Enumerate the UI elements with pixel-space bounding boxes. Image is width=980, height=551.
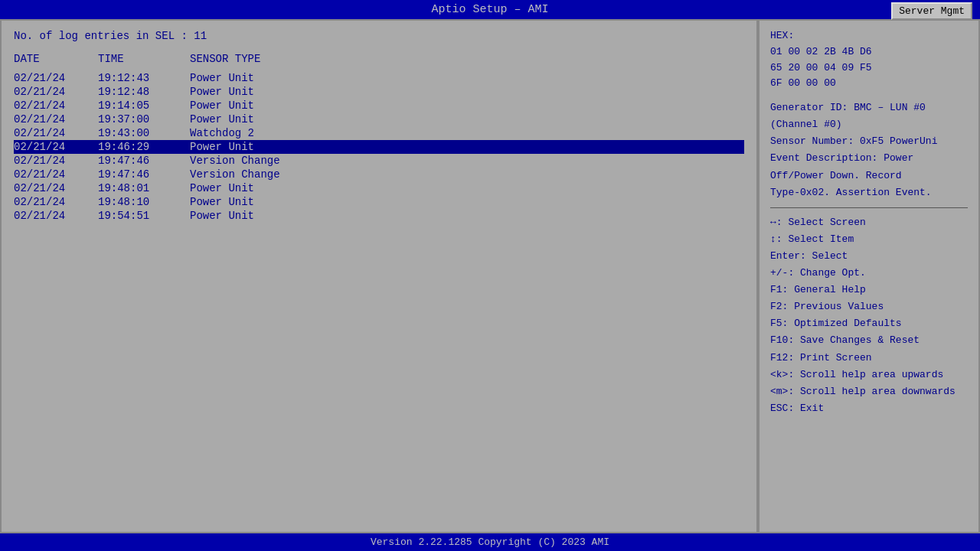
log-sensor: Watchdog 2 bbox=[190, 127, 343, 139]
log-row[interactable]: 02/21/24 19:54:51 Power Unit bbox=[14, 209, 744, 223]
log-date: 02/21/24 bbox=[14, 127, 75, 139]
col-header-time: TIME bbox=[98, 53, 167, 65]
log-row[interactable]: 02/21/24 19:47:46 Version Change bbox=[14, 168, 744, 181]
log-date: 02/21/24 bbox=[14, 182, 75, 194]
info-line: Event Description: Power bbox=[770, 150, 968, 167]
hex-line: 65 20 00 04 09 F5 bbox=[770, 60, 968, 77]
hex-label: HEX: bbox=[770, 28, 968, 44]
log-sensor: Power Unit bbox=[190, 196, 343, 208]
help-item: F10: Save Changes & Reset bbox=[770, 332, 968, 349]
info-lines-container: Generator ID: BMC – LUN #0(Channel #0)Se… bbox=[770, 99, 968, 201]
log-time: 19:47:46 bbox=[98, 155, 167, 167]
log-row[interactable]: 02/21/24 19:12:43 Power Unit bbox=[14, 71, 744, 85]
log-time: 19:37:00 bbox=[98, 113, 167, 126]
log-entries: 02/21/24 19:12:43 Power Unit 02/21/24 19… bbox=[14, 71, 744, 223]
log-sensor: Power Unit bbox=[190, 99, 343, 112]
log-date: 02/21/24 bbox=[14, 72, 75, 84]
log-time: 19:48:01 bbox=[98, 182, 167, 194]
log-time: 19:54:51 bbox=[98, 210, 167, 222]
log-sensor: Power Unit bbox=[190, 113, 343, 126]
log-sensor: Version Change bbox=[190, 168, 343, 181]
log-row[interactable]: 02/21/24 19:12:48 Power Unit bbox=[14, 85, 744, 99]
log-row[interactable]: 02/21/24 19:43:00 Watchdog 2 bbox=[14, 126, 744, 140]
log-sensor: Power Unit bbox=[190, 86, 343, 98]
hex-line: 6F 00 00 00 bbox=[770, 76, 968, 92]
footer-text: Version 2.22.1285 Copyright (C) 2023 AMI bbox=[371, 536, 609, 548]
divider bbox=[770, 207, 968, 208]
log-sensor: Power Unit bbox=[190, 72, 343, 84]
log-time: 19:12:48 bbox=[98, 86, 167, 98]
help-item: <m>: Scroll help area downwards bbox=[770, 383, 968, 400]
help-item: ↕: Select Item bbox=[770, 231, 968, 248]
log-date: 02/21/24 bbox=[14, 210, 75, 222]
left-panel: No. of log entries in SEL : 11 DATE TIME… bbox=[0, 19, 758, 533]
log-time: 19:43:00 bbox=[98, 127, 167, 139]
info-line: Generator ID: BMC – LUN #0 bbox=[770, 99, 968, 116]
top-bar: Aptio Setup – AMI Server Mgmt bbox=[0, 0, 980, 19]
log-sensor: Version Change bbox=[190, 155, 343, 167]
col-header-date: DATE bbox=[14, 53, 75, 65]
help-item: F12: Print Screen bbox=[770, 350, 968, 367]
main-area: No. of log entries in SEL : 11 DATE TIME… bbox=[0, 19, 980, 533]
log-time: 19:46:29 bbox=[98, 141, 167, 153]
log-date: 02/21/24 bbox=[14, 86, 75, 98]
info-line: Off/Power Down. Record bbox=[770, 168, 968, 184]
info-line: (Channel #0) bbox=[770, 116, 968, 133]
help-item: +/-: Change Opt. bbox=[770, 265, 968, 282]
log-date: 02/21/24 bbox=[14, 99, 75, 112]
help-item: F5: Optimized Defaults bbox=[770, 315, 968, 332]
help-item: F2: Previous Values bbox=[770, 298, 968, 315]
log-time: 19:12:43 bbox=[98, 72, 167, 84]
log-time: 19:48:10 bbox=[98, 196, 167, 208]
info-line: Type-0x02. Assertion Event. bbox=[770, 184, 968, 201]
bottom-bar: Version 2.22.1285 Copyright (C) 2023 AMI bbox=[0, 533, 980, 551]
hex-section: HEX: 01 00 02 2B 4B D665 20 00 04 09 F56… bbox=[770, 28, 968, 92]
help-item: <k>: Scroll help area upwards bbox=[770, 367, 968, 383]
hex-line: 01 00 02 2B 4B D6 bbox=[770, 44, 968, 60]
log-sensor: Power Unit bbox=[190, 210, 343, 222]
log-time: 19:14:05 bbox=[98, 99, 167, 112]
log-count: No. of log entries in SEL : 11 bbox=[14, 30, 744, 42]
help-item: F1: General Help bbox=[770, 282, 968, 298]
log-row[interactable]: 02/21/24 19:48:01 Power Unit bbox=[14, 181, 744, 195]
info-section: Generator ID: BMC – LUN #0(Channel #0)Se… bbox=[770, 99, 968, 201]
app-title: Aptio Setup – AMI bbox=[431, 3, 548, 16]
help-section: ↔: Select Screen↕: Select ItemEnter: Sel… bbox=[770, 214, 968, 417]
log-date: 02/21/24 bbox=[14, 113, 75, 126]
log-date: 02/21/24 bbox=[14, 155, 75, 167]
log-row[interactable]: 02/21/24 19:46:29 Power Unit bbox=[14, 140, 744, 154]
server-mgmt-button[interactable]: Server Mgmt bbox=[891, 2, 972, 20]
right-panel: HEX: 01 00 02 2B 4B D665 20 00 04 09 F56… bbox=[758, 19, 980, 533]
log-sensor: Power Unit bbox=[190, 141, 343, 153]
log-date: 02/21/24 bbox=[14, 168, 75, 181]
log-row[interactable]: 02/21/24 19:48:10 Power Unit bbox=[14, 195, 744, 209]
info-line: Sensor Number: 0xF5 PowerUni bbox=[770, 133, 968, 150]
hex-lines: 01 00 02 2B 4B D665 20 00 04 09 F56F 00 … bbox=[770, 44, 968, 92]
log-row[interactable]: 02/21/24 19:47:46 Version Change bbox=[14, 154, 744, 168]
log-date: 02/21/24 bbox=[14, 141, 75, 153]
log-sensor: Power Unit bbox=[190, 182, 343, 194]
col-header-sensor: SENSOR TYPE bbox=[190, 53, 343, 65]
log-date: 02/21/24 bbox=[14, 196, 75, 208]
help-items-container: ↔: Select Screen↕: Select ItemEnter: Sel… bbox=[770, 214, 968, 417]
help-item: ESC: Exit bbox=[770, 400, 968, 417]
log-row[interactable]: 02/21/24 19:14:05 Power Unit bbox=[14, 99, 744, 112]
help-item: ↔: Select Screen bbox=[770, 214, 968, 231]
log-time: 19:47:46 bbox=[98, 168, 167, 181]
help-item: Enter: Select bbox=[770, 248, 968, 265]
column-headers: DATE TIME SENSOR TYPE bbox=[14, 53, 744, 65]
log-row[interactable]: 02/21/24 19:37:00 Power Unit bbox=[14, 112, 744, 126]
